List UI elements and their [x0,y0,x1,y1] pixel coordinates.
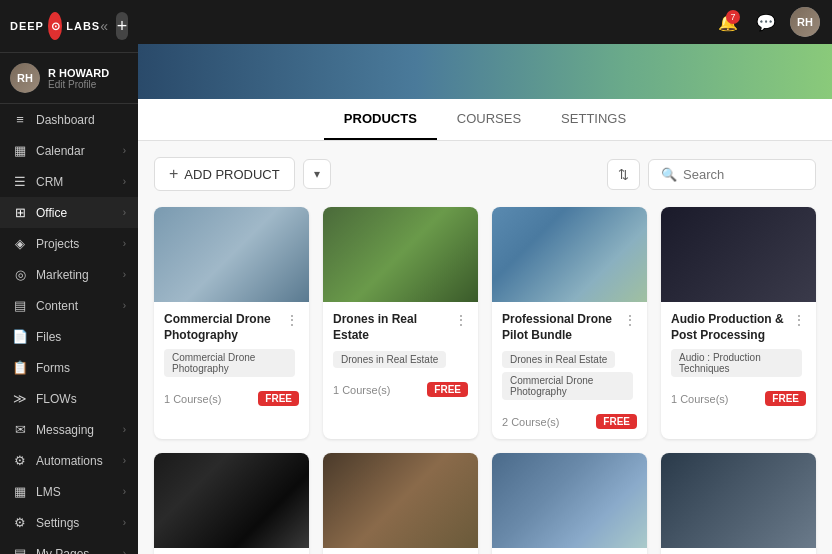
notification-badge: 7 [726,10,740,24]
product-title: Audio Production & Post Processing [671,312,788,343]
free-badge: FREE [258,391,299,406]
sidebar-item-label-forms: Forms [36,361,126,375]
chevron-right-icon: › [123,238,126,249]
toolbar: + ADD PRODUCT ▾ ⇅ 🔍 [154,157,816,191]
tab-courses[interactable]: COURSES [437,99,541,140]
search-box: 🔍 [648,159,816,190]
sidebar-item-forms[interactable]: 📋 Forms [0,352,138,383]
tab-products[interactable]: PRODUCTS [324,99,437,140]
product-footer: 2 Course(s) FREE [502,414,637,429]
sidebar-add-button[interactable]: + [116,12,128,40]
sidebar-item-calendar[interactable]: ▦ Calendar › [0,135,138,166]
product-menu-button[interactable]: ⋮ [792,312,806,328]
avatar: RH [10,63,40,93]
product-image [154,207,309,302]
chevron-right-icon: › [123,424,126,435]
product-header: Drones in Real Estate ⋮ [333,312,468,343]
tab-settings[interactable]: SETTINGS [541,99,646,140]
sidebar-item-crm[interactable]: ☰ CRM › [0,166,138,197]
product-body: Commercial Drone Photography ⋮ Commercia… [154,302,309,416]
product-menu-button[interactable]: ⋮ [623,312,637,328]
messages-button[interactable]: 💬 [752,8,780,36]
flows-icon: ≫ [12,391,28,406]
product-image [492,453,647,548]
product-header: Professional Drone Pilot Bundle ⋮ [502,312,637,343]
edit-profile-link[interactable]: Edit Profile [48,79,109,90]
product-card: Drones in Real Estate ⋮ Drones in Real E… [323,207,478,439]
content-area: + ADD PRODUCT ▾ ⇅ 🔍 Commercial Drone Pho… [138,141,832,554]
chevron-right-icon: › [123,269,126,280]
product-image [154,453,309,548]
product-menu-button[interactable]: ⋮ [285,312,299,328]
nav-list: ≡ Dashboard ▦ Calendar › ☰ CRM › ⊞ Offic… [0,104,138,554]
sidebar-collapse-button[interactable]: « [100,18,108,34]
courses-count: 1 Course(s) [164,393,221,405]
sidebar-item-flows[interactable]: ≫ FLOWs [0,383,138,414]
messaging-icon: ✉ [12,422,28,437]
free-badge: FREE [427,382,468,397]
sidebar-item-automations[interactable]: ⚙ Automations › [0,445,138,476]
product-tag: Drones in Real Estate [333,351,446,368]
sidebar-item-mypages[interactable]: ▤ My Pages › [0,538,138,554]
sidebar-item-label-messaging: Messaging [36,423,123,437]
sidebar-item-lms[interactable]: ▦ LMS › [0,476,138,507]
user-avatar-top[interactable]: RH [790,7,820,37]
sidebar-item-dashboard[interactable]: ≡ Dashboard [0,104,138,135]
products-grid: Commercial Drone Photography ⋮ Commercia… [154,207,816,554]
sidebar-item-label-content: Content [36,299,123,313]
content-icon: ▤ [12,298,28,313]
notification-button[interactable]: 🔔 7 [714,8,742,36]
courses-count: 1 Course(s) [671,393,728,405]
chevron-right-icon: › [123,300,126,311]
free-badge: FREE [596,414,637,429]
files-icon: 📄 [12,329,28,344]
sidebar-item-projects[interactable]: ◈ Projects › [0,228,138,259]
product-footer: 1 Course(s) FREE [164,391,299,406]
marketing-icon: ◎ [12,267,28,282]
sidebar-item-label-dashboard: Dashboard [36,113,126,127]
product-card: Landscape Photography: Basics ⋮ Photogra… [492,453,647,554]
sidebar: DEEP ⊙ LABS « + RH R HOWARD Edit Profile… [0,0,138,554]
sidebar-item-content[interactable]: ▤ Content › [0,290,138,321]
product-tag: Commercial Drone Photography [502,372,633,400]
sidebar-item-label-mypages: My Pages [36,547,123,555]
logo-icon: ⊙ [48,12,62,40]
product-image [323,207,478,302]
calendar-icon: ▦ [12,143,28,158]
sidebar-item-label-crm: CRM [36,175,123,189]
sidebar-item-label-lms: LMS [36,485,123,499]
product-card: Professional Drone Pilot Bundle ⋮ Drones… [492,207,647,439]
product-menu-button[interactable]: ⋮ [454,312,468,328]
projects-icon: ◈ [12,236,28,251]
courses-count: 2 Course(s) [502,416,559,428]
sidebar-item-files[interactable]: 📄 Files [0,321,138,352]
user-info: R HOWARD Edit Profile [48,67,109,90]
user-name: R HOWARD [48,67,109,79]
sidebar-item-settings[interactable]: ⚙ Settings › [0,507,138,538]
sidebar-item-messaging[interactable]: ✉ Messaging › [0,414,138,445]
add-product-dropdown[interactable]: ▾ [303,159,331,189]
product-card: Commercial Drone Photography ⋮ Commercia… [154,207,309,439]
product-body: Landscape Photography: Basics ⋮ Photogra… [492,548,647,554]
search-input[interactable] [683,167,803,182]
chevron-right-icon: › [123,145,126,156]
sidebar-item-label-office: Office [36,206,123,220]
crm-icon: ☰ [12,174,28,189]
top-bar: 🔔 7 💬 RH [138,0,832,44]
sidebar-item-office[interactable]: ⊞ Office › [0,197,138,228]
sidebar-header: DEEP ⊙ LABS « + [0,0,138,53]
add-product-button[interactable]: + ADD PRODUCT [154,157,295,191]
product-card: Photography: Beginner Series ⋮ Photograp… [661,453,816,554]
sort-button[interactable]: ⇅ [607,159,640,190]
add-product-label: ADD PRODUCT [184,167,279,182]
sidebar-item-marketing[interactable]: ◎ Marketing › [0,259,138,290]
product-tags: Audio : Production Techniques [671,349,806,381]
free-badge: FREE [765,391,806,406]
sidebar-item-label-projects: Projects [36,237,123,251]
sidebar-item-label-automations: Automations [36,454,123,468]
product-body: Professional Drone Pilot Bundle ⋮ Drones… [492,302,647,439]
product-body: Photography: Beginner Series ⋮ Photograp… [661,548,816,554]
product-tags: Drones in Real Estate [333,349,468,372]
chevron-right-icon: › [123,455,126,466]
sidebar-item-label-settings: Settings [36,516,123,530]
